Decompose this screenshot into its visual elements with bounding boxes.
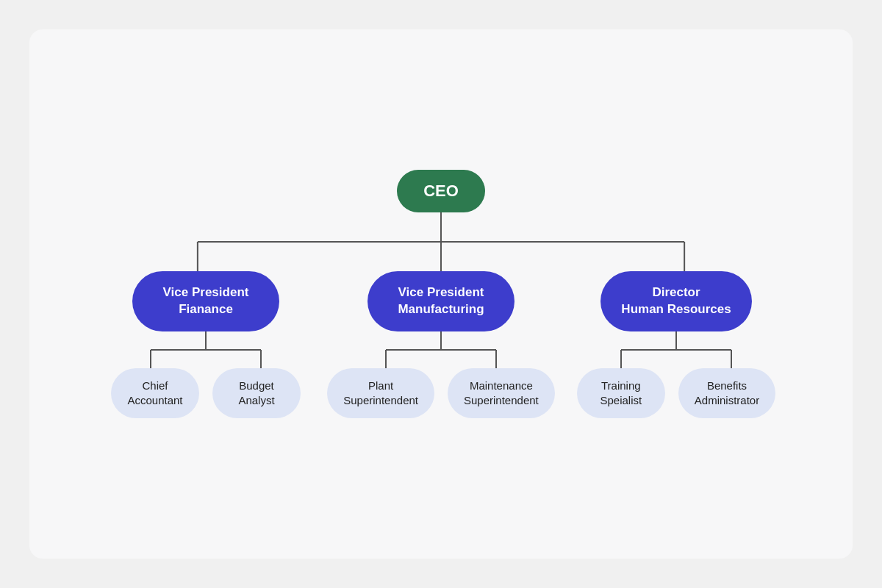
chart-container: CEO Vi — [29, 29, 853, 559]
vp-finance-connector — [88, 331, 323, 368]
benefits-administrator-node[interactable]: BenefitsAdministrator — [678, 368, 775, 419]
director-hr-connector — [559, 331, 794, 368]
vp-manufacturing-col: Vice PresidentManufacturing PlantSuperin… — [323, 271, 559, 418]
level2-row: Vice PresidentFianance ChiefAccountant B… — [44, 271, 838, 418]
plant-superintendent-node[interactable]: PlantSuperintendent — [327, 368, 434, 419]
vp-finance-node[interactable]: Vice PresidentFianance — [132, 271, 279, 331]
budget-analyst-node[interactable]: BudgetAnalyst — [212, 368, 301, 419]
chief-accountant-node[interactable]: ChiefAccountant — [111, 368, 199, 419]
director-hr-children: TrainingSpeialist BenefitsAdministrator — [577, 368, 775, 419]
top-connectors-svg — [44, 212, 838, 271]
vp-manufacturing-node[interactable]: Vice PresidentManufacturing — [368, 271, 514, 331]
director-hr-col: DirectorHuman Resources TrainingSpeialis… — [559, 271, 794, 418]
director-hr-node[interactable]: DirectorHuman Resources — [600, 271, 751, 331]
training-specialist-node[interactable]: TrainingSpeialist — [577, 368, 665, 419]
maintenance-superintendent-node[interactable]: MaintenanceSuperintendent — [448, 368, 555, 419]
vp-mfg-connector — [323, 331, 559, 368]
org-chart: CEO Vi — [44, 170, 838, 418]
ceo-node[interactable]: CEO — [397, 170, 485, 212]
vp-finance-col: Vice PresidentFianance ChiefAccountant B… — [88, 271, 323, 418]
vp-finance-children: ChiefAccountant BudgetAnalyst — [111, 368, 301, 419]
vp-manufacturing-children: PlantSuperintendent MaintenanceSuperinte… — [327, 368, 555, 419]
